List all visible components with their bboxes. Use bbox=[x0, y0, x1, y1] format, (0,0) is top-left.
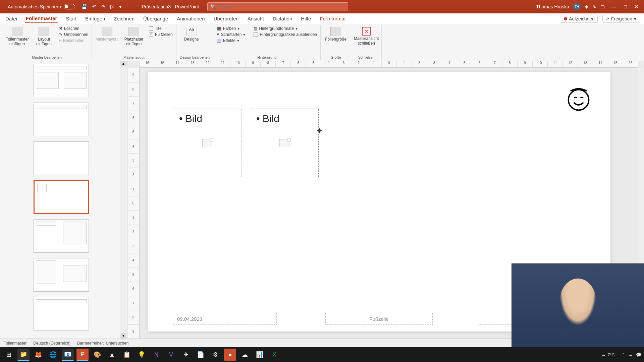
layout-thumbnail-6[interactable] bbox=[34, 258, 89, 292]
picture-icon[interactable] bbox=[279, 139, 289, 147]
search-input[interactable] bbox=[219, 4, 345, 9]
app-icon[interactable]: 🎨 bbox=[91, 349, 103, 361]
horizontal-ruler[interactable]: 1615141312111098765432101234567891011121… bbox=[140, 61, 638, 68]
tab-start[interactable]: Start bbox=[65, 14, 77, 23]
minimize-button[interactable]: — bbox=[611, 4, 616, 10]
user-name[interactable]: Thomas Hruska bbox=[536, 4, 569, 9]
share-button[interactable]: ↗ Freigeben ▾ bbox=[602, 15, 639, 23]
app-icon-3[interactable]: 💡 bbox=[136, 349, 148, 361]
qat-more-icon[interactable]: ▾ bbox=[119, 4, 122, 10]
user-avatar[interactable]: TH bbox=[573, 3, 581, 10]
redo-icon[interactable]: ↷ bbox=[101, 4, 106, 10]
tab-ueberpruefen[interactable]: Überprüfen bbox=[213, 14, 239, 23]
window-mode-icon[interactable]: ▢ bbox=[600, 4, 605, 9]
start-from-beginning-icon[interactable]: ▷ bbox=[110, 4, 114, 10]
pen-icon[interactable]: ✎ bbox=[592, 4, 596, 9]
checkbox-icon bbox=[149, 26, 153, 31]
autosave-toggle[interactable] bbox=[64, 4, 75, 9]
picture-placeholder-2-selected[interactable]: Bild bbox=[250, 109, 319, 177]
status-language[interactable]: Deutsch (Österreich) bbox=[33, 341, 70, 346]
chrome-icon[interactable]: 🌐 bbox=[47, 349, 59, 361]
status-accessibility[interactable]: Barrierefreiheit: Untersuchen bbox=[77, 341, 128, 346]
delete-button[interactable]: ✖Löschen bbox=[59, 26, 88, 31]
tray-icon[interactable]: ☁ bbox=[628, 352, 633, 357]
app-icon-2[interactable]: 📋 bbox=[121, 349, 133, 361]
layout-thumbnail-2[interactable] bbox=[34, 103, 89, 136]
thumbnail-scrollbar[interactable]: ▲ ▼ bbox=[120, 61, 126, 339]
chevron-down-icon: ▾ bbox=[237, 26, 239, 31]
menu-bar: Datei Folienmaster Start Einfügen Zeichn… bbox=[0, 13, 644, 24]
scroll-down-icon[interactable]: ▼ bbox=[120, 333, 126, 339]
app-icon-8[interactable]: 📊 bbox=[254, 349, 266, 361]
status-view[interactable]: Folienmaster bbox=[3, 341, 26, 346]
powerpoint-icon[interactable]: P bbox=[76, 349, 89, 361]
insert-slide-master-button[interactable]: Folienmaster einfügen bbox=[5, 25, 29, 46]
tab-uebergaenge[interactable]: Übergänge bbox=[143, 14, 169, 23]
tray-icon[interactable]: 💬 bbox=[636, 352, 641, 357]
tab-hilfe[interactable]: Hilfe bbox=[300, 14, 312, 23]
close-master-view-button[interactable]: ✕ Masteransicht schließen bbox=[355, 25, 378, 46]

smiley-graphic[interactable] bbox=[565, 85, 592, 112]
close-icon: ✕ bbox=[362, 27, 371, 36]
app-icon-6-active[interactable]: ● bbox=[224, 349, 236, 361]
window-buttons: — □ ✕ bbox=[611, 4, 639, 10]
picture-placeholder-1[interactable]: Bild bbox=[173, 109, 241, 177]
footers-checkbox[interactable]: Fußzeilen bbox=[149, 32, 173, 37]
layout-thumbnail-4-selected[interactable] bbox=[34, 180, 89, 214]
tray-chevron-icon[interactable]: ˄ bbox=[623, 352, 625, 357]
visual-studio-icon[interactable]: V bbox=[165, 349, 177, 361]
app-icon-5[interactable]: ⚙ bbox=[209, 349, 221, 361]
group-label: Schließen bbox=[355, 55, 378, 59]
tab-einfuegen[interactable]: Einfügen bbox=[85, 14, 106, 23]
tab-zeichnen[interactable]: Zeichnen bbox=[113, 14, 135, 23]
search-box[interactable]: 🔍 bbox=[207, 2, 348, 11]
close-button[interactable]: ✕ bbox=[634, 4, 639, 10]
app-icon-4[interactable]: 📄 bbox=[195, 349, 207, 361]
tab-formformat[interactable]: Formformat bbox=[319, 14, 346, 23]
tab-folienmaster[interactable]: Folienmaster bbox=[25, 14, 58, 23]
record-button[interactable]: Aufzeichnen bbox=[561, 15, 598, 23]
insert-placeholder-button[interactable]: Platzhalter einfügen bbox=[122, 25, 146, 46]
outlook-icon[interactable]: 📧 bbox=[62, 349, 74, 361]
title-checkbox[interactable]: Titel bbox=[149, 26, 173, 31]
vertical-ruler[interactable]: 9876543210123456789 bbox=[127, 68, 140, 339]
vlc-icon[interactable]: ▲ bbox=[106, 349, 118, 361]
layout-thumbnail-7[interactable] bbox=[34, 297, 89, 330]
layout-thumbnail-1[interactable] bbox=[34, 64, 89, 97]
telegram-icon[interactable]: ✈ bbox=[180, 349, 192, 361]
save-icon[interactable]: 💾 bbox=[81, 4, 88, 10]
date-placeholder[interactable]: 09.04.2023 bbox=[173, 313, 277, 325]
footer-placeholder[interactable]: Fußzeile bbox=[325, 313, 433, 325]
excel-icon[interactable]: X bbox=[268, 349, 280, 361]
firefox-icon[interactable]: 🦊 bbox=[32, 349, 44, 361]
rename-button[interactable]: ✎Umbenennen bbox=[59, 32, 88, 37]
tab-animationen[interactable]: Animationen bbox=[176, 14, 205, 23]
maximize-button[interactable]: □ bbox=[624, 4, 627, 10]
layout-thumbnail-5[interactable] bbox=[34, 219, 89, 253]
fonts-button[interactable]: ASchriftarten ▾ bbox=[217, 32, 245, 37]
rename-icon: ✎ bbox=[59, 32, 62, 37]
diamond-icon[interactable]: ◈ bbox=[585, 4, 588, 9]
start-button[interactable]: ⊞ bbox=[3, 349, 15, 361]
tab-ansicht[interactable]: Ansicht bbox=[247, 14, 265, 23]
slide-size-button[interactable]: Foliengröße bbox=[324, 25, 347, 42]
tab-datei[interactable]: Datei bbox=[5, 14, 18, 23]
layout-thumbnail-3[interactable] bbox=[34, 141, 89, 175]
colors-button[interactable]: Farben ▾ bbox=[217, 26, 245, 31]
hide-bg-graphics-checkbox[interactable]: Hintergrundgrafiken ausblenden bbox=[254, 32, 317, 37]
weather-widget[interactable]: ☁ 7°C bbox=[601, 352, 615, 357]
scroll-up-icon[interactable]: ▲ bbox=[120, 61, 126, 66]
app-icon-7[interactable]: ☁ bbox=[239, 349, 251, 361]
background-styles-button[interactable]: ▨Hintergrundformate ▾ bbox=[254, 26, 317, 31]
picture-icon[interactable] bbox=[202, 139, 212, 147]
onenote-icon[interactable]: N bbox=[150, 349, 162, 361]
undo-icon[interactable]: ↶ bbox=[92, 4, 97, 10]
themes-button[interactable]: Aa Designs bbox=[180, 25, 203, 42]
insert-layout-button[interactable]: Layout einfügen bbox=[32, 25, 56, 46]
weather-icon: ☁ bbox=[601, 352, 605, 357]
file-explorer-icon[interactable]: 📁 bbox=[17, 349, 30, 361]
effects-button[interactable]: Effekte ▾ bbox=[217, 38, 245, 43]
thumbnail-pane[interactable]: ▲ ▼ bbox=[0, 61, 127, 339]
tab-dictation[interactable]: Dictation bbox=[272, 14, 293, 23]
system-tray[interactable]: ˄ ☁ 💬 bbox=[623, 352, 641, 357]
